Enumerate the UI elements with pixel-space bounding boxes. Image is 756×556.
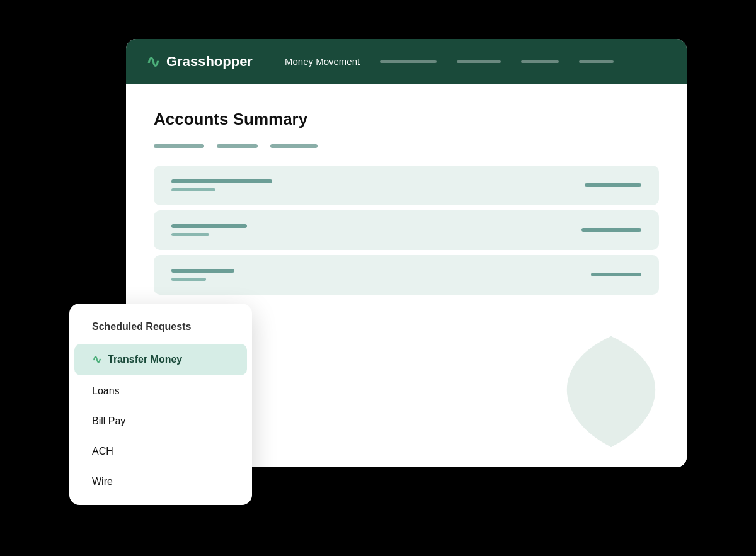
nav-bar: ∿ Grasshopper Money Movement: [126, 39, 687, 84]
bill-pay-label: Bill Pay: [92, 416, 125, 427]
nav-active-link[interactable]: Money Movement: [285, 56, 360, 67]
transfer-money-label: Transfer Money: [108, 354, 182, 365]
nav-placeholder-3: [521, 60, 559, 63]
dropdown-item-bill-pay[interactable]: Bill Pay: [74, 407, 247, 436]
scene: ∿ Grasshopper Money Movement Accounts Su…: [69, 39, 687, 518]
app-name: Grasshopper: [166, 54, 253, 70]
acc-num-3: [171, 278, 206, 281]
dropdown-item-loans[interactable]: Loans: [74, 377, 247, 406]
loans-label: Loans: [92, 385, 120, 397]
wire-label: Wire: [92, 476, 113, 487]
account-info-1: [171, 179, 272, 191]
tab-placeholder-3[interactable]: [270, 144, 318, 148]
acc-balance-2: [581, 228, 641, 232]
acc-num-1: [171, 188, 215, 191]
dropdown-item-wire[interactable]: Wire: [74, 467, 247, 496]
account-card-3[interactable]: [154, 255, 659, 295]
dropdown-item-transfer-money[interactable]: ∿ Transfer Money: [74, 344, 247, 375]
tabs-row: [154, 144, 659, 148]
accounts-list: [154, 166, 659, 295]
acc-balance-1: [585, 183, 641, 187]
acc-name-2: [171, 224, 247, 228]
logo-area: ∿ Grasshopper: [146, 54, 260, 70]
acc-name-1: [171, 179, 272, 183]
acc-balance-3: [591, 273, 641, 276]
nav-links: Money Movement: [285, 56, 667, 67]
ach-label: ACH: [92, 446, 113, 457]
logo-icon: ∿: [146, 54, 160, 70]
dropdown-card: Scheduled Requests ∿ Transfer Money Loan…: [69, 304, 252, 505]
nav-placeholder-2: [457, 60, 501, 63]
account-card-2[interactable]: [154, 210, 659, 250]
nav-placeholder-4: [579, 60, 614, 63]
acc-num-2: [171, 233, 209, 236]
account-card-1[interactable]: [154, 166, 659, 205]
dropdown-item-ach[interactable]: ACH: [74, 437, 247, 466]
dropdown-header: Scheduled Requests: [74, 312, 247, 341]
acc-name-3: [171, 269, 234, 273]
tab-placeholder-1[interactable]: [154, 144, 204, 148]
nav-placeholder-1: [380, 60, 437, 63]
leaf-watermark: [542, 322, 680, 461]
account-info-2: [171, 224, 247, 236]
transfer-money-icon: ∿: [92, 353, 101, 366]
tab-placeholder-2[interactable]: [217, 144, 258, 148]
account-info-3: [171, 269, 234, 281]
page-title: Accounts Summary: [154, 110, 659, 129]
